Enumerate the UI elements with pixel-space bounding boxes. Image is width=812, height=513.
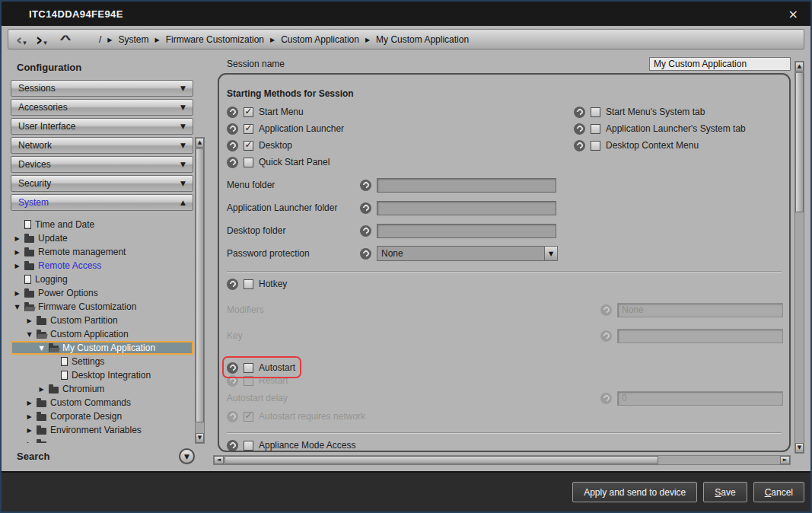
save-button[interactable]: Save <box>703 482 747 502</box>
collapse-icon[interactable]: ▼ <box>38 345 45 352</box>
sidebar-section-accessories[interactable]: Accessories▼ <box>11 99 193 116</box>
scrollbar-track[interactable] <box>224 456 780 464</box>
expand-icon[interactable]: ▶ <box>26 441 33 444</box>
reset-icon[interactable] <box>227 157 238 168</box>
scrollbar-thumb[interactable] <box>196 148 204 422</box>
forward-history-dropdown-icon[interactable]: ▾ <box>43 39 47 46</box>
chevron-down-icon[interactable]: ▼ <box>544 247 557 260</box>
reset-icon[interactable] <box>574 140 585 151</box>
checkbox[interactable] <box>244 141 253 151</box>
tree-item-time-and-date[interactable]: Time and Date <box>11 218 193 231</box>
back-icon[interactable]: ‹ <box>16 32 22 47</box>
tree-item-power-options[interactable]: ▶Power Options <box>11 286 193 300</box>
checkbox[interactable] <box>591 107 600 117</box>
reset-icon[interactable] <box>360 248 371 260</box>
config-tree: Time and Date▶Update▶Remote management▶R… <box>11 218 193 443</box>
checkbox[interactable] <box>244 124 253 134</box>
scroll-down-icon[interactable]: ▼ <box>196 433 204 443</box>
close-icon[interactable]: × <box>785 7 801 21</box>
password-protection-select[interactable]: None ▼ <box>377 246 558 261</box>
back-history-dropdown-icon[interactable]: ▾ <box>23 39 27 46</box>
reset-icon[interactable] <box>227 362 238 374</box>
hotkey-checkbox[interactable] <box>244 279 253 289</box>
breadcrumb-item-system[interactable]: System <box>118 34 148 45</box>
reset-icon[interactable] <box>360 202 371 214</box>
expand-icon[interactable]: ▶ <box>26 413 33 420</box>
main-horizontal-scrollbar[interactable]: ◄ ► <box>213 455 791 465</box>
expand-icon[interactable]: ▶ <box>14 235 21 242</box>
main-vertical-scrollbar[interactable]: ▲ ▼ <box>794 61 804 454</box>
tree-item-desktop-integration[interactable]: Desktop Integration <box>11 368 193 382</box>
tree-item-partial[interactable]: ▶ <box>11 437 193 443</box>
forward-icon[interactable]: › <box>36 32 43 47</box>
reset-icon[interactable] <box>227 123 238 135</box>
reset-icon[interactable] <box>227 279 238 290</box>
up-icon[interactable]: ^ <box>59 33 72 46</box>
scrollbar-thumb[interactable] <box>795 72 804 212</box>
breadcrumb-item-firmware-customization[interactable]: Firmware Customization <box>166 34 264 45</box>
sidebar-section-devices[interactable]: Devices▼ <box>11 156 193 173</box>
scroll-right-icon[interactable]: ► <box>780 456 790 464</box>
tree-item-update[interactable]: ▶Update <box>11 231 193 245</box>
scrollbar-thumb[interactable] <box>224 456 658 464</box>
breadcrumb-item-my-custom-application[interactable]: My Custom Application <box>376 34 469 45</box>
tree-item-chromium[interactable]: ▶Chromium <box>11 382 193 396</box>
expand-icon[interactable]: ▶ <box>14 249 21 256</box>
collapse-icon[interactable]: ▼ <box>14 304 21 311</box>
sidebar-scrollbar[interactable]: ▲ ▼ <box>195 137 205 444</box>
scroll-left-icon[interactable]: ◄ <box>214 456 224 464</box>
checkbox[interactable] <box>591 141 600 151</box>
application-launcher-folder-input[interactable] <box>377 201 556 215</box>
expand-icon[interactable]: ▶ <box>26 317 33 324</box>
appliance-mode-checkbox[interactable] <box>244 441 253 451</box>
breadcrumb-root[interactable]: / <box>99 34 101 45</box>
menu-folder-input[interactable] <box>377 178 556 193</box>
tree-item-corporate-design[interactable]: ▶Corporate Design <box>11 409 193 423</box>
sidebar-section-security[interactable]: Security▼ <box>11 175 193 192</box>
scrollbar-track[interactable] <box>196 148 204 433</box>
reset-icon[interactable] <box>574 123 585 135</box>
checkbox[interactable] <box>244 107 253 117</box>
tree-item-my-custom-application[interactable]: ▼My Custom Application <box>11 341 193 355</box>
sidebar-section-system[interactable]: System▲ <box>11 194 193 211</box>
checkbox[interactable] <box>244 158 253 167</box>
expand-icon[interactable]: ▶ <box>26 400 33 406</box>
expand-icon[interactable]: ▶ <box>38 386 45 393</box>
expand-icon: ▼ <box>180 123 186 130</box>
search-expand-button[interactable]: ▼ <box>179 448 195 464</box>
apply-and-send-button[interactable]: Apply and send to device <box>572 482 697 502</box>
tree-item-firmware-customization[interactable]: ▼Firmware Customization <box>11 300 193 314</box>
folder-icon <box>24 263 34 270</box>
scrollbar-track[interactable] <box>795 72 804 443</box>
tree-item-custom-partition[interactable]: ▶Custom Partition <box>11 314 193 327</box>
tree-item-remote-management[interactable]: ▶Remote management <box>11 245 193 259</box>
reset-icon[interactable] <box>227 107 238 118</box>
tree-item-custom-commands[interactable]: ▶Custom Commands <box>11 396 193 409</box>
tree-item-environment-variables[interactable]: ▶Environment Variables <box>11 423 193 437</box>
sidebar-section-sessions[interactable]: Sessions▼ <box>11 80 193 97</box>
reset-icon[interactable] <box>227 440 238 451</box>
sidebar-section-network[interactable]: Network▼ <box>11 137 193 154</box>
cancel-button[interactable]: Cancel <box>753 482 804 502</box>
session-name-input[interactable] <box>649 57 791 71</box>
autostart-checkbox[interactable] <box>244 363 253 373</box>
scroll-up-icon[interactable]: ▲ <box>196 138 204 148</box>
expand-icon[interactable]: ▶ <box>26 427 33 434</box>
reset-icon[interactable] <box>360 225 371 237</box>
expand-icon[interactable]: ▶ <box>14 290 21 297</box>
expand-icon[interactable]: ▶ <box>14 263 21 269</box>
desktop-folder-input[interactable] <box>377 224 556 238</box>
tree-item-custom-application[interactable]: ▼Custom Application <box>11 327 193 341</box>
breadcrumb-item-custom-application[interactable]: Custom Application <box>281 34 359 45</box>
reset-icon[interactable] <box>360 180 371 191</box>
sidebar-section-user-interface[interactable]: User Interface▼ <box>11 118 193 135</box>
collapse-icon[interactable]: ▼ <box>26 331 33 338</box>
tree-item-remote-access[interactable]: ▶Remote Access <box>11 259 193 272</box>
reset-icon[interactable] <box>574 107 585 118</box>
checkbox[interactable] <box>591 124 600 134</box>
tree-item-logging[interactable]: Logging <box>11 272 193 286</box>
scroll-down-icon[interactable]: ▼ <box>795 443 804 453</box>
scroll-up-icon[interactable]: ▲ <box>795 62 804 72</box>
tree-item-settings[interactable]: Settings <box>11 355 193 368</box>
reset-icon[interactable] <box>227 140 238 151</box>
